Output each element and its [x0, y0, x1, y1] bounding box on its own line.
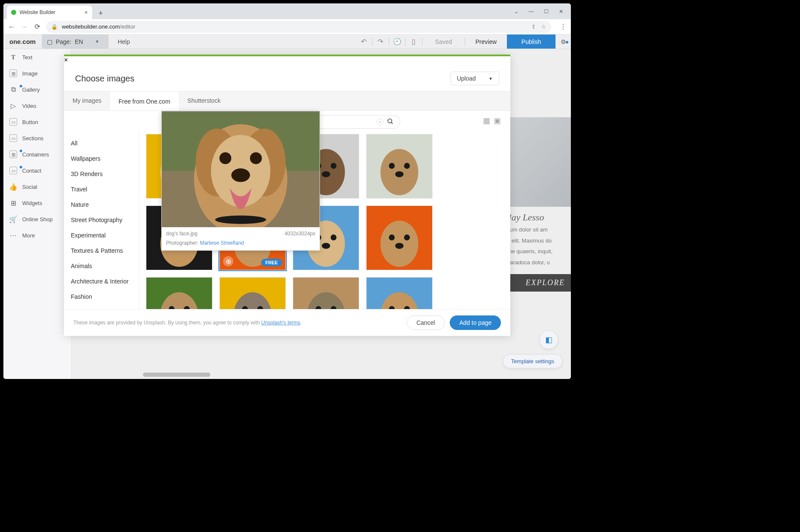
sidebar-item-contact[interactable]: ▭Contact [3, 162, 71, 179]
browser-menu-icon[interactable]: ⋮ [560, 23, 567, 31]
sidebar-item-video[interactable]: ▷Video [3, 98, 71, 114]
sidebar-item-more[interactable]: ⋯More [3, 227, 71, 243]
image-thumbnail[interactable] [366, 277, 433, 309]
sidebar-icon: 🛒 [9, 215, 17, 223]
minimize-icon[interactable]: — [529, 9, 534, 14]
cancel-button[interactable]: Cancel [407, 315, 445, 330]
category-wallpapers[interactable]: Wallpapers [64, 151, 139, 166]
zoom-icon[interactable]: ⊕ [223, 256, 233, 266]
reload-icon[interactable]: ⟳ [33, 23, 41, 31]
search-icon[interactable] [387, 118, 394, 126]
page-selector[interactable]: ▢ Page: EN ▼ [42, 35, 108, 49]
sidebar-item-sections[interactable]: ▭Sections [3, 130, 71, 146]
preview-dimensions: 4032x3024px [285, 231, 315, 237]
tab-title: Website Builder [20, 9, 55, 15]
sidebar-item-gallery[interactable]: ⧉Gallery [3, 81, 71, 98]
category-experimental[interactable]: Experimental [64, 228, 139, 243]
free-badge: FREE [261, 259, 282, 266]
lock-icon: 🔒 [51, 24, 58, 30]
sidebar-item-image[interactable]: ▨Image [3, 65, 71, 81]
svg-point-39 [389, 234, 395, 240]
category-nature[interactable]: Nature [64, 197, 139, 212]
sidebar-item-containers[interactable]: ▥Containers [3, 146, 71, 162]
category-architecture-interior[interactable]: Architecture & Interior [64, 274, 139, 289]
upload-dropdown[interactable]: Upload ▼ [451, 72, 499, 85]
svg-point-21 [395, 171, 404, 177]
sidebar-item-social[interactable]: 👍Social [3, 179, 71, 195]
modal-close-icon[interactable]: × [64, 56, 510, 64]
template-palette-button[interactable]: ◧ [539, 330, 558, 349]
category-travel[interactable]: Travel [64, 182, 139, 197]
new-tab-button[interactable]: + [95, 7, 107, 19]
category--d-renders[interactable]: 3D Renders [64, 166, 139, 182]
sidebar-label: Button [22, 119, 38, 125]
image-preview-popup: dog's face.jpg 4032x3024px Photographer:… [161, 111, 320, 251]
sidebar-label: Sections [22, 135, 44, 142]
svg-point-85 [231, 168, 250, 182]
browser-tab[interactable]: Website Builder × [7, 6, 92, 19]
photographer-link[interactable]: Marliese Streefland [200, 240, 244, 246]
horizontal-scrollbar[interactable] [143, 372, 566, 377]
large-view-icon[interactable]: ▣ [494, 116, 501, 125]
sidebar-icon: ▭ [9, 118, 17, 126]
page-label: Page: [56, 38, 72, 45]
back-icon[interactable]: ← [8, 23, 15, 31]
settings-icon[interactable]: ⚙ [556, 38, 571, 45]
forward-icon[interactable]: → [20, 23, 28, 31]
sidebar-icon: ⊞ [9, 199, 17, 207]
image-thumbnail[interactable] [366, 134, 433, 199]
sidebar-label: Video [22, 103, 36, 109]
template-settings-button[interactable]: Template settings [503, 354, 562, 368]
sidebar-item-online-shop[interactable]: 🛒Online Shop [3, 211, 71, 227]
modal-tab-shutterstock[interactable]: Shutterstock [179, 92, 229, 110]
clear-search-icon[interactable]: × [377, 119, 384, 125]
sidebar-label: More [22, 232, 35, 239]
modal-title: Choose images [75, 74, 134, 84]
svg-point-84 [250, 152, 262, 164]
undo-icon[interactable]: ↶ [356, 35, 372, 49]
grid-view-icon[interactable]: ▦ [483, 116, 490, 125]
category-film[interactable]: Film [64, 304, 139, 309]
maximize-icon[interactable]: ☐ [544, 9, 549, 14]
image-thumbnail[interactable] [366, 205, 433, 270]
sidebar-icon: 👍 [9, 183, 17, 191]
page-icon: ▢ [47, 38, 52, 45]
publish-button[interactable]: Publish [507, 35, 556, 49]
mobile-preview-icon[interactable]: ▯ [406, 35, 422, 49]
svg-point-15 [331, 163, 337, 169]
image-thumbnail[interactable] [219, 277, 286, 309]
svg-point-35 [331, 234, 337, 240]
sidebar-label: Social [22, 184, 37, 190]
svg-point-83 [219, 152, 231, 164]
category-textures-patterns[interactable]: Textures & Patterns [64, 243, 139, 258]
category-street-photography[interactable]: Street Photography [64, 212, 139, 228]
sidebar-icon: T [9, 53, 17, 61]
sidebar-item-widgets[interactable]: ⊞Widgets [3, 195, 71, 211]
modal-tab-my-images[interactable]: My images [64, 92, 110, 110]
logo[interactable]: one.com [3, 38, 42, 45]
window-close-icon[interactable]: ✕ [559, 9, 563, 14]
category-animals[interactable]: Animals [64, 258, 139, 274]
image-thumbnail[interactable] [293, 277, 359, 309]
redo-icon[interactable]: ↷ [372, 35, 389, 49]
modal-tab-free-from-one-com[interactable]: Free from One.com [110, 92, 179, 110]
tab-close-icon[interactable]: × [84, 9, 88, 16]
url-input[interactable]: 🔒 websitebuilder.one.com/editor ⇪ ☆ [46, 21, 551, 33]
category-fashion[interactable]: Fashion [64, 289, 139, 304]
category-all[interactable]: All [64, 136, 139, 151]
help-link[interactable]: Help [108, 38, 140, 45]
sidebar-item-text[interactable]: TText [3, 49, 71, 65]
app-toolbar: one.com ▢ Page: EN ▼ Help ↶ ↷ 🕘 ▯ Saved … [3, 35, 571, 49]
history-icon[interactable]: 🕘 [389, 35, 405, 49]
bookmark-icon[interactable]: ☆ [541, 23, 546, 30]
unsplash-terms-link[interactable]: Unsplash's terms [261, 320, 300, 326]
chevron-down-icon[interactable]: ⌄ [514, 9, 518, 14]
url-domain: websitebuilder.one.com [62, 23, 120, 30]
preview-button[interactable]: Preview [465, 38, 507, 45]
image-thumbnail[interactable] [146, 277, 212, 309]
svg-point-19 [389, 163, 395, 169]
left-panel: TText▨Image⧉Gallery▷Video▭Button▭Section… [3, 49, 72, 379]
add-to-page-button[interactable]: Add to page [450, 315, 501, 330]
sidebar-item-button[interactable]: ▭Button [3, 114, 71, 130]
share-icon[interactable]: ⇪ [531, 23, 536, 30]
